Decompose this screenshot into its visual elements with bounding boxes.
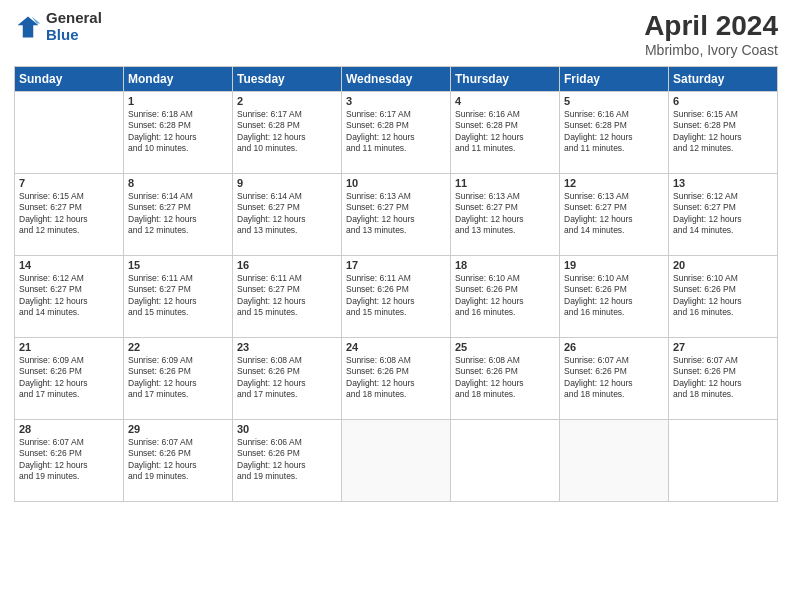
day-number: 18 <box>455 259 555 271</box>
calendar-week-row: 28Sunrise: 6:07 AMSunset: 6:26 PMDayligh… <box>15 420 778 502</box>
day-number: 10 <box>346 177 446 189</box>
calendar-cell: 25Sunrise: 6:08 AMSunset: 6:26 PMDayligh… <box>451 338 560 420</box>
title-block: April 2024 Mbrimbo, Ivory Coast <box>644 10 778 58</box>
day-info: Sunrise: 6:14 AMSunset: 6:27 PMDaylight:… <box>237 191 337 237</box>
calendar-cell: 7Sunrise: 6:15 AMSunset: 6:27 PMDaylight… <box>15 174 124 256</box>
day-info: Sunrise: 6:07 AMSunset: 6:26 PMDaylight:… <box>128 437 228 483</box>
calendar-header-row: Sunday Monday Tuesday Wednesday Thursday… <box>15 67 778 92</box>
day-number: 4 <box>455 95 555 107</box>
day-number: 14 <box>19 259 119 271</box>
day-info: Sunrise: 6:18 AMSunset: 6:28 PMDaylight:… <box>128 109 228 155</box>
calendar-cell: 6Sunrise: 6:15 AMSunset: 6:28 PMDaylight… <box>669 92 778 174</box>
day-number: 3 <box>346 95 446 107</box>
calendar-cell: 21Sunrise: 6:09 AMSunset: 6:26 PMDayligh… <box>15 338 124 420</box>
day-info: Sunrise: 6:08 AMSunset: 6:26 PMDaylight:… <box>237 355 337 401</box>
calendar-cell <box>669 420 778 502</box>
calendar-week-row: 21Sunrise: 6:09 AMSunset: 6:26 PMDayligh… <box>15 338 778 420</box>
day-info: Sunrise: 6:10 AMSunset: 6:26 PMDaylight:… <box>673 273 773 319</box>
day-info: Sunrise: 6:08 AMSunset: 6:26 PMDaylight:… <box>455 355 555 401</box>
day-info: Sunrise: 6:11 AMSunset: 6:27 PMDaylight:… <box>128 273 228 319</box>
calendar-cell: 29Sunrise: 6:07 AMSunset: 6:26 PMDayligh… <box>124 420 233 502</box>
day-number: 12 <box>564 177 664 189</box>
calendar-cell: 11Sunrise: 6:13 AMSunset: 6:27 PMDayligh… <box>451 174 560 256</box>
day-number: 30 <box>237 423 337 435</box>
day-info: Sunrise: 6:15 AMSunset: 6:27 PMDaylight:… <box>19 191 119 237</box>
calendar-week-row: 1Sunrise: 6:18 AMSunset: 6:28 PMDaylight… <box>15 92 778 174</box>
calendar-table: Sunday Monday Tuesday Wednesday Thursday… <box>14 66 778 502</box>
day-info: Sunrise: 6:16 AMSunset: 6:28 PMDaylight:… <box>564 109 664 155</box>
calendar-cell: 26Sunrise: 6:07 AMSunset: 6:26 PMDayligh… <box>560 338 669 420</box>
day-number: 9 <box>237 177 337 189</box>
calendar-cell <box>451 420 560 502</box>
calendar-cell: 4Sunrise: 6:16 AMSunset: 6:28 PMDaylight… <box>451 92 560 174</box>
calendar-cell: 19Sunrise: 6:10 AMSunset: 6:26 PMDayligh… <box>560 256 669 338</box>
calendar-cell: 18Sunrise: 6:10 AMSunset: 6:26 PMDayligh… <box>451 256 560 338</box>
logo-blue-text: Blue <box>46 27 102 44</box>
page-subtitle: Mbrimbo, Ivory Coast <box>644 42 778 58</box>
calendar-cell: 23Sunrise: 6:08 AMSunset: 6:26 PMDayligh… <box>233 338 342 420</box>
calendar-cell: 12Sunrise: 6:13 AMSunset: 6:27 PMDayligh… <box>560 174 669 256</box>
day-info: Sunrise: 6:17 AMSunset: 6:28 PMDaylight:… <box>237 109 337 155</box>
calendar-cell: 3Sunrise: 6:17 AMSunset: 6:28 PMDaylight… <box>342 92 451 174</box>
calendar-cell: 8Sunrise: 6:14 AMSunset: 6:27 PMDaylight… <box>124 174 233 256</box>
day-info: Sunrise: 6:07 AMSunset: 6:26 PMDaylight:… <box>19 437 119 483</box>
logo-icon <box>14 13 42 41</box>
day-number: 28 <box>19 423 119 435</box>
day-number: 8 <box>128 177 228 189</box>
day-info: Sunrise: 6:09 AMSunset: 6:26 PMDaylight:… <box>19 355 119 401</box>
calendar-cell: 10Sunrise: 6:13 AMSunset: 6:27 PMDayligh… <box>342 174 451 256</box>
day-info: Sunrise: 6:15 AMSunset: 6:28 PMDaylight:… <box>673 109 773 155</box>
calendar-cell: 20Sunrise: 6:10 AMSunset: 6:26 PMDayligh… <box>669 256 778 338</box>
day-info: Sunrise: 6:07 AMSunset: 6:26 PMDaylight:… <box>673 355 773 401</box>
day-info: Sunrise: 6:17 AMSunset: 6:28 PMDaylight:… <box>346 109 446 155</box>
page-title: April 2024 <box>644 10 778 42</box>
day-number: 27 <box>673 341 773 353</box>
day-info: Sunrise: 6:13 AMSunset: 6:27 PMDaylight:… <box>455 191 555 237</box>
day-info: Sunrise: 6:16 AMSunset: 6:28 PMDaylight:… <box>455 109 555 155</box>
day-number: 24 <box>346 341 446 353</box>
day-number: 17 <box>346 259 446 271</box>
calendar-cell <box>15 92 124 174</box>
calendar-cell: 2Sunrise: 6:17 AMSunset: 6:28 PMDaylight… <box>233 92 342 174</box>
calendar-cell: 22Sunrise: 6:09 AMSunset: 6:26 PMDayligh… <box>124 338 233 420</box>
calendar-cell: 5Sunrise: 6:16 AMSunset: 6:28 PMDaylight… <box>560 92 669 174</box>
day-info: Sunrise: 6:10 AMSunset: 6:26 PMDaylight:… <box>564 273 664 319</box>
day-number: 29 <box>128 423 228 435</box>
calendar-cell: 30Sunrise: 6:06 AMSunset: 6:26 PMDayligh… <box>233 420 342 502</box>
col-sunday: Sunday <box>15 67 124 92</box>
calendar-week-row: 7Sunrise: 6:15 AMSunset: 6:27 PMDaylight… <box>15 174 778 256</box>
calendar-cell: 27Sunrise: 6:07 AMSunset: 6:26 PMDayligh… <box>669 338 778 420</box>
page-header: General Blue April 2024 Mbrimbo, Ivory C… <box>14 10 778 58</box>
day-number: 7 <box>19 177 119 189</box>
col-friday: Friday <box>560 67 669 92</box>
calendar-week-row: 14Sunrise: 6:12 AMSunset: 6:27 PMDayligh… <box>15 256 778 338</box>
logo-general-text: General <box>46 10 102 27</box>
day-number: 11 <box>455 177 555 189</box>
day-info: Sunrise: 6:13 AMSunset: 6:27 PMDaylight:… <box>564 191 664 237</box>
calendar-cell: 17Sunrise: 6:11 AMSunset: 6:26 PMDayligh… <box>342 256 451 338</box>
col-tuesday: Tuesday <box>233 67 342 92</box>
day-number: 6 <box>673 95 773 107</box>
day-number: 19 <box>564 259 664 271</box>
day-number: 20 <box>673 259 773 271</box>
calendar-cell: 14Sunrise: 6:12 AMSunset: 6:27 PMDayligh… <box>15 256 124 338</box>
day-info: Sunrise: 6:11 AMSunset: 6:27 PMDaylight:… <box>237 273 337 319</box>
day-number: 22 <box>128 341 228 353</box>
col-thursday: Thursday <box>451 67 560 92</box>
calendar-cell: 28Sunrise: 6:07 AMSunset: 6:26 PMDayligh… <box>15 420 124 502</box>
calendar-cell: 13Sunrise: 6:12 AMSunset: 6:27 PMDayligh… <box>669 174 778 256</box>
day-info: Sunrise: 6:10 AMSunset: 6:26 PMDaylight:… <box>455 273 555 319</box>
col-saturday: Saturday <box>669 67 778 92</box>
day-info: Sunrise: 6:08 AMSunset: 6:26 PMDaylight:… <box>346 355 446 401</box>
day-info: Sunrise: 6:13 AMSunset: 6:27 PMDaylight:… <box>346 191 446 237</box>
day-number: 5 <box>564 95 664 107</box>
calendar-cell: 15Sunrise: 6:11 AMSunset: 6:27 PMDayligh… <box>124 256 233 338</box>
calendar-cell: 9Sunrise: 6:14 AMSunset: 6:27 PMDaylight… <box>233 174 342 256</box>
day-info: Sunrise: 6:12 AMSunset: 6:27 PMDaylight:… <box>19 273 119 319</box>
day-info: Sunrise: 6:11 AMSunset: 6:26 PMDaylight:… <box>346 273 446 319</box>
day-number: 21 <box>19 341 119 353</box>
calendar-cell: 24Sunrise: 6:08 AMSunset: 6:26 PMDayligh… <box>342 338 451 420</box>
day-info: Sunrise: 6:12 AMSunset: 6:27 PMDaylight:… <box>673 191 773 237</box>
day-number: 15 <box>128 259 228 271</box>
day-info: Sunrise: 6:14 AMSunset: 6:27 PMDaylight:… <box>128 191 228 237</box>
